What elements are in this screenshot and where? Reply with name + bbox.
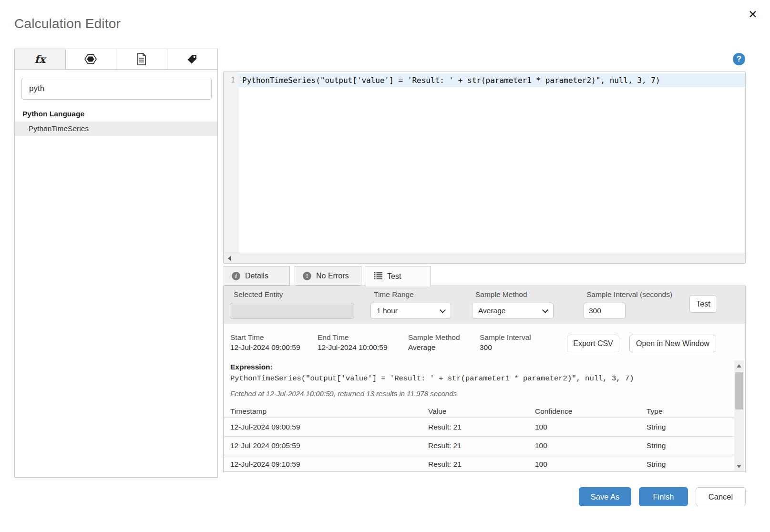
tab-no-errors[interactable]: ! No Errors — [295, 266, 361, 286]
save-as-button[interactable]: Save As — [579, 487, 631, 506]
chevron-down-icon — [440, 307, 446, 313]
sample-interval-label: Sample Interval (seconds) — [586, 290, 672, 299]
test-panel: Selected Entity Time Range 1 hour Sample… — [223, 286, 746, 472]
end-time-label: End Time — [318, 333, 349, 342]
table-cell: Result: 21 — [428, 423, 535, 431]
result-sample-method-value: Average — [408, 343, 435, 352]
table-cell: Result: 21 — [428, 460, 535, 469]
time-range-select[interactable]: 1 hour — [370, 303, 451, 319]
result-sample-interval-label: Sample Interval — [480, 333, 531, 342]
fetch-status: Fetched at 12-Jul-2024 10:00:59, returne… — [230, 389, 457, 398]
tab-documents[interactable] — [116, 49, 167, 69]
table-cell: 100 — [535, 460, 647, 469]
tab-functions[interactable]: fx — [15, 49, 66, 69]
table-cell: String — [647, 423, 734, 431]
chevron-down-icon — [542, 307, 548, 313]
sample-method-label: Sample Method — [475, 290, 527, 299]
time-range-label: Time Range — [374, 290, 414, 299]
table-column-header: Value — [428, 407, 535, 416]
sidebar-tab-strip: fx — [15, 49, 217, 70]
test-results: Start Time 12-Jul-2024 09:00:59 End Time… — [224, 324, 745, 471]
scroll-down-icon[interactable] — [737, 465, 741, 468]
search-input[interactable] — [21, 78, 212, 100]
table-column-header: Type — [647, 407, 734, 416]
result-sample-method-label: Sample Method — [408, 333, 460, 342]
expression-label: Expression: — [230, 363, 273, 371]
hexagon-asset-icon — [84, 53, 97, 65]
table-row[interactable]: 12-Jul-2024 09:05:59Result: 21100String — [224, 437, 734, 455]
table-cell: Result: 21 — [428, 441, 535, 450]
table-cell: 12-Jul-2024 09:00:59 — [230, 423, 428, 431]
calculation-editor-dialog: Calculation Editor ✕ ? fx — [0, 0, 770, 532]
table-cell: String — [647, 441, 734, 450]
line-number: 1 — [224, 73, 239, 87]
open-new-window-button[interactable]: Open in New Window — [629, 335, 716, 352]
tab-details[interactable]: i Details — [224, 266, 290, 286]
tab-test-label: Test — [387, 272, 401, 281]
test-button[interactable]: Test — [689, 295, 717, 313]
code-editor[interactable]: 1 PythonTimeSeries("output['value'] = 'R… — [223, 72, 746, 264]
results-table-header: TimestampValueConfidenceType — [224, 405, 734, 418]
function-group-label: Python Language — [22, 110, 217, 118]
code-line[interactable]: PythonTimeSeries("output['value'] = 'Res… — [239, 73, 745, 87]
editor-horizontal-scrollbar[interactable] — [224, 253, 745, 263]
tab-details-label: Details — [245, 272, 268, 280]
list-icon — [374, 272, 382, 281]
tab-test[interactable]: Test — [366, 266, 431, 286]
sidebar: fx — [14, 49, 218, 478]
result-sample-interval-value: 300 — [480, 343, 492, 352]
start-time-value: 12-Jul-2024 09:00:59 — [230, 343, 300, 352]
table-cell: 100 — [535, 423, 647, 431]
close-icon[interactable]: ✕ — [745, 7, 760, 22]
results-table-body: 12-Jul-2024 09:00:59Result: 21100String1… — [224, 418, 734, 471]
table-row[interactable]: 12-Jul-2024 09:10:59Result: 21100String — [224, 455, 734, 471]
export-csv-button[interactable]: Export CSV — [567, 335, 619, 352]
scrollbar-thumb[interactable] — [735, 372, 743, 409]
error-icon: ! — [303, 272, 311, 280]
sample-interval-field[interactable] — [584, 303, 626, 319]
function-icon: fx — [34, 53, 45, 65]
sample-method-select[interactable]: Average — [472, 303, 554, 319]
sample-method-value: Average — [478, 307, 505, 315]
cancel-button[interactable]: Cancel — [696, 487, 746, 506]
table-cell: 100 — [535, 441, 647, 450]
table-cell: String — [647, 460, 734, 469]
tag-icon — [186, 53, 198, 65]
code-editor-body: 1 PythonTimeSeries("output['value'] = 'R… — [224, 72, 745, 253]
document-icon — [136, 53, 147, 65]
end-time-value: 12-Jul-2024 10:00:59 — [318, 343, 388, 352]
finish-button[interactable]: Finish — [639, 487, 688, 506]
expression-value: PythonTimeSeries("output['value'] = 'Res… — [230, 374, 634, 383]
page-title: Calculation Editor — [14, 16, 121, 31]
list-item-pythontimeseries[interactable]: PythonTimeSeries — [15, 122, 217, 136]
table-cell: 12-Jul-2024 09:05:59 — [230, 441, 428, 450]
tab-no-errors-label: No Errors — [316, 272, 349, 280]
tab-assets[interactable] — [66, 49, 117, 69]
selected-entity-field[interactable] — [230, 303, 354, 319]
code-area[interactable]: PythonTimeSeries("output['value'] = 'Res… — [239, 72, 745, 253]
editor-gutter: 1 — [224, 72, 239, 253]
table-column-header: Timestamp — [230, 407, 428, 416]
help-icon[interactable]: ? — [733, 53, 745, 65]
start-time-label: Start Time — [230, 333, 264, 342]
time-range-value: 1 hour — [377, 307, 398, 315]
info-icon: i — [232, 272, 240, 280]
table-row[interactable]: 12-Jul-2024 09:00:59Result: 21100String — [224, 418, 734, 437]
tab-tags[interactable] — [167, 49, 218, 69]
scroll-up-icon[interactable] — [737, 364, 741, 368]
results-vertical-scrollbar[interactable] — [734, 360, 744, 471]
table-cell: 12-Jul-2024 09:10:59 — [230, 460, 428, 469]
selected-entity-label: Selected Entity — [234, 290, 283, 299]
scroll-left-icon[interactable] — [228, 256, 231, 261]
table-column-header: Confidence — [535, 407, 647, 416]
